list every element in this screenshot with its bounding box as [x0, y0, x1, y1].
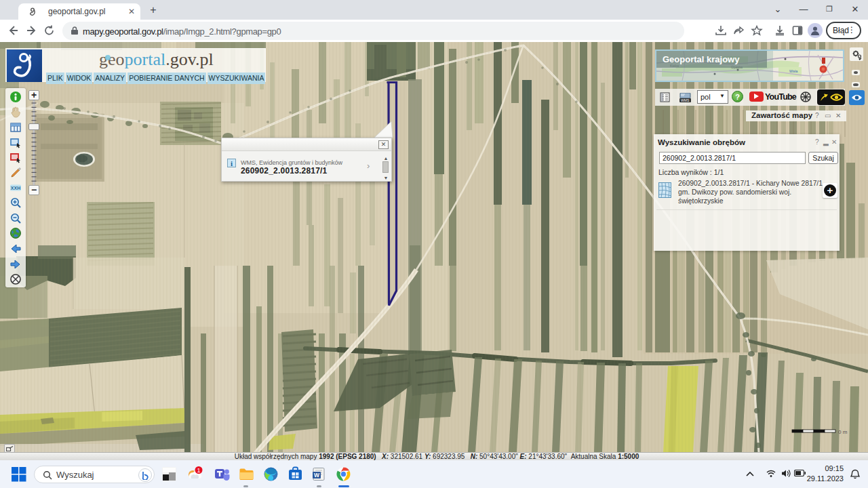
- svg-text:Wisła: Wisła: [789, 69, 797, 73]
- svg-text:0 m: 0 m: [838, 429, 848, 435]
- svg-text:W: W: [314, 472, 320, 479]
- svg-text:XXH: XXH: [11, 186, 20, 190]
- svg-text:WMS: WMS: [681, 98, 690, 102]
- svg-text:1: 1: [197, 467, 200, 474]
